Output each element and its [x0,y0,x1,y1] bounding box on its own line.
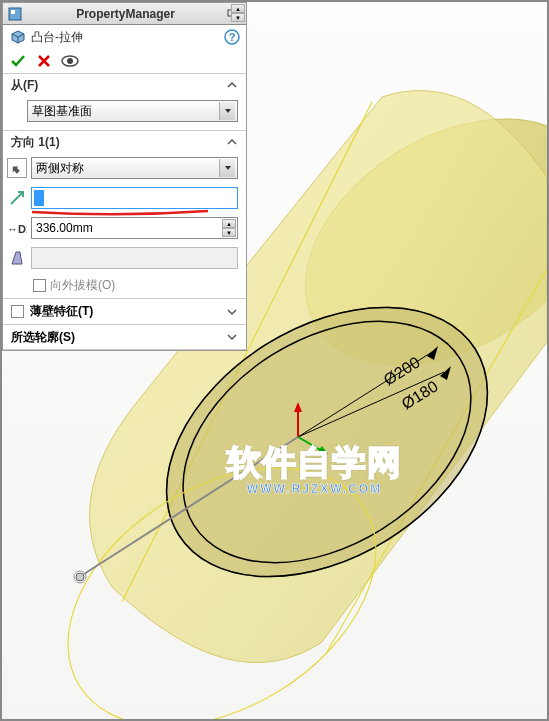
svg-rect-17 [11,10,15,14]
svg-text:?: ? [229,31,236,43]
end-condition-value: 两侧对称 [36,160,84,177]
dropdown-arrow-icon [219,102,235,120]
svg-point-14 [76,573,84,581]
reverse-direction-button[interactable] [7,158,27,178]
red-annotation-line [30,209,210,219]
spin-down-button[interactable]: ▼ [222,228,236,237]
svg-text:↔D1: ↔D1 [7,223,27,235]
spin-down-button: ▼ [231,13,245,22]
watermark-main: 软件自学网 [227,440,402,486]
from-section-header[interactable]: 从(F) [3,74,246,96]
chevron-down-icon [226,331,238,343]
depth-icon: ↔D1 [7,218,27,238]
help-icon[interactable]: ? [224,29,240,45]
action-row [3,49,246,73]
panel-header: PropertyManager [3,3,246,25]
direction1-header[interactable]: 方向 1(1) [3,131,246,153]
svg-point-23 [67,58,73,64]
end-condition-combo[interactable]: 两侧对称 [31,157,238,179]
feature-name: 凸台-拉伸 [31,29,83,46]
direction-vector-icon[interactable] [7,188,27,208]
draft-outward-label: 向外拔模(O) [50,277,115,294]
chevron-up-icon [226,79,238,91]
thin-feature-section[interactable]: 薄壁特征(T) [3,298,246,324]
property-manager-panel: PropertyManager 凸台-拉伸 ? 从(F) [2,2,247,351]
spin-up-button[interactable]: ▲ [222,219,236,228]
contours-section[interactable]: 所选轮廓(S) [3,324,246,350]
draft-angle-input: ▲ ▼ [31,247,238,269]
spin-up-button: ▲ [231,4,245,13]
panel-icon [7,6,23,22]
draft-icon[interactable] [7,248,27,268]
chevron-down-icon [226,306,238,318]
panel-title: PropertyManager [27,7,224,21]
cancel-button[interactable] [35,52,53,70]
draft-outward-checkbox[interactable] [33,279,46,292]
thin-feature-checkbox[interactable] [11,305,24,318]
from-combo[interactable]: 草图基准面 [27,100,238,122]
from-combo-value: 草图基准面 [32,103,92,120]
ok-button[interactable] [9,52,27,70]
chevron-up-icon [226,136,238,148]
from-section: 从(F) 草图基准面 [3,73,246,130]
depth-value: 336.00mm [36,221,93,235]
preview-button[interactable] [61,52,79,70]
from-title: 从(F) [11,77,226,94]
extrude-feature-icon [9,28,27,46]
contours-title: 所选轮廓(S) [11,329,226,346]
direction1-title: 方向 1(1) [11,134,226,151]
depth-input[interactable]: 336.00mm ▲ ▼ [31,217,238,239]
watermark: 软件自学网 WWW.RJZXW.COM [227,440,402,496]
dropdown-arrow-icon [219,159,235,177]
direction-vector-input[interactable] [31,187,238,209]
watermark-url: WWW.RJZXW.COM [227,482,402,496]
thin-feature-title: 薄壁特征(T) [30,303,226,320]
feature-title-row: 凸台-拉伸 ? [3,25,246,49]
